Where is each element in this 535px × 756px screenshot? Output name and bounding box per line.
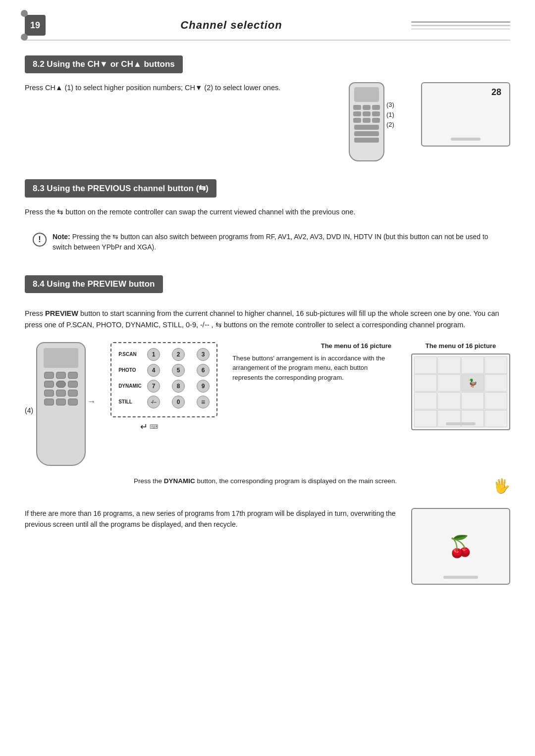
section-84-body: Press PREVIEW button to start scanning f… — [25, 308, 510, 331]
btn-0: 0 — [172, 396, 185, 408]
rl-btn-5 — [56, 381, 66, 388]
menu-16-section: The menu of 16 picture These buttons' ar… — [232, 342, 396, 383]
cell-5 — [414, 374, 437, 392]
btn-row-pscan: P.SCAN 1 2 3 — [118, 348, 210, 361]
cell-11 — [461, 392, 484, 409]
btn-label-still: STILL — [118, 399, 143, 404]
btn-6: 6 — [197, 364, 210, 377]
btn-3: 3 — [197, 348, 210, 361]
section-82-content: Press CH▲ (1) to select higher position … — [25, 82, 510, 161]
rl-btn-4 — [44, 381, 54, 388]
cell-3 — [461, 356, 484, 374]
btn-row-dynamic: DYNAMIC 7 8 9 — [118, 380, 210, 393]
label-1: (1) — [386, 111, 394, 118]
menu-16-title-label: The menu of 16 picture — [411, 342, 510, 350]
btn-label-pscan: P.SCAN — [118, 352, 143, 357]
bottom-text: If there are more than 16 programs, a ne… — [25, 508, 396, 530]
rl-btn-11 — [56, 399, 66, 405]
remote-btn-wide-2 — [354, 131, 379, 136]
section-83-body: Press the ⇆ button on the remote control… — [25, 206, 510, 218]
hand-icon: 🖐 — [493, 478, 510, 494]
remote-screen — [354, 87, 379, 102]
cell-7-image: 🦆 — [461, 374, 484, 392]
cell-6 — [437, 374, 460, 392]
section-83-heading: 8.3 Using the PREVIOUS channel button (⇆… — [25, 179, 216, 198]
menu-16-visual: The menu of 16 picture 🦆 — [411, 342, 510, 430]
note-label: Note: — [53, 233, 70, 241]
bottom-section: If there are more than 16 programs, a ne… — [25, 508, 510, 585]
page-header: 19 Channel selection — [25, 15, 510, 41]
btn-9: 9 — [197, 380, 210, 393]
section-84-heading: 8.4 Using the PREVIEW button — [25, 275, 163, 293]
note-text: Note: Pressing the ⇆ button can also swi… — [53, 232, 502, 252]
remote-large-container: (4) — [25, 342, 96, 466]
tv-bottom-deco — [451, 138, 481, 141]
dynamic-press-text: Press the DYNAMIC button, the correspond… — [134, 476, 483, 487]
preview-diagram: (4) — [25, 342, 510, 466]
desc-note: These buttons' arrangement is in accorda… — [232, 353, 396, 383]
cell-4 — [484, 356, 507, 374]
btn-2: 2 — [172, 348, 185, 361]
btn-dash: -/-- — [147, 396, 160, 408]
cursor-arrow: ↵ ⌨ — [110, 421, 217, 432]
btn-7: 7 — [147, 380, 160, 393]
section-84: 8.4 Using the PREVIEW button Press PREVI… — [25, 275, 510, 584]
remote-labels: (3) (1) (2) — [386, 82, 411, 161]
menu-16-grid: 🦆 — [411, 353, 510, 430]
btn-label-photo: PHOTO — [118, 367, 143, 373]
tv-screen-large: 🍒 — [411, 508, 510, 585]
section-82-body: Press CH▲ (1) to select higher position … — [25, 82, 334, 94]
rl-btn-2 — [56, 372, 66, 379]
cell-2 — [437, 356, 460, 374]
section-82-heading: 8.2 Using the CH▼ or CH▲ buttons — [25, 55, 183, 73]
dashed-buttons-area: P.SCAN 1 2 3 PHOTO 4 5 6 — [110, 342, 217, 432]
remote-illustration-large — [36, 342, 86, 466]
btn-row-still: STILL -/-- 0 ≡ — [118, 396, 210, 408]
section-82: 8.2 Using the CH▼ or CH▲ buttons Press C… — [25, 55, 510, 161]
rl-btn-10 — [44, 399, 54, 405]
remote-large-screen — [44, 348, 78, 368]
cell-12 — [484, 392, 507, 409]
desc-area: The menu of 16 picture These buttons' ar… — [232, 342, 396, 389]
remote-large-row-4 — [44, 399, 78, 405]
label-3: (3) — [386, 101, 394, 108]
cell-9 — [414, 392, 437, 409]
remote-with-labels: (3) (1) (2) — [349, 82, 411, 161]
page-number: 19 — [25, 15, 46, 36]
btn-label-dynamic: DYNAMIC — [118, 383, 143, 389]
remote-large-row-3 — [44, 390, 78, 397]
page-title: Channel selection — [52, 19, 411, 32]
cell-1 — [414, 356, 437, 374]
tv-channel-number: 28 — [491, 87, 501, 98]
remote-large-row-2 — [44, 381, 78, 388]
remote-large-row-1 — [44, 372, 78, 379]
arrow-to-dashed: → — [87, 397, 96, 407]
rl-btn-6 — [68, 381, 78, 388]
note-body: Pressing the ⇆ button can also switch be… — [53, 233, 488, 251]
label-2: (2) — [386, 121, 394, 128]
grid-bottom-deco — [446, 422, 476, 425]
label-4: (4) — [25, 406, 33, 414]
tv-screen-82: 28 — [421, 82, 510, 147]
btn-row-photo: PHOTO 4 5 6 — [118, 364, 210, 377]
remote-btn-wide — [354, 125, 379, 130]
remote-buttons — [353, 105, 380, 123]
tv-large-bottom-deco — [443, 576, 478, 579]
cell-10 — [437, 392, 460, 409]
section-83: 8.3 Using the PREVIOUS channel button (⇆… — [25, 179, 510, 257]
menu-16-label: The menu of 16 picture — [232, 342, 396, 350]
cell-16 — [484, 410, 507, 427]
btn-4: 4 — [147, 364, 160, 377]
dashed-box: P.SCAN 1 2 3 PHOTO 4 5 6 — [110, 342, 217, 417]
note-box: ! Note: Pressing the ⇆ button can also s… — [25, 227, 510, 257]
btn-1: 1 — [147, 348, 160, 361]
btn-8: 8 — [172, 380, 185, 393]
rl-btn-12 — [68, 399, 78, 405]
rl-btn-3 — [68, 372, 78, 379]
header-decoration — [411, 21, 510, 30]
rl-btn-8 — [56, 390, 66, 397]
cell-8 — [484, 374, 507, 392]
section-82-text: Press CH▲ (1) to select higher position … — [25, 82, 334, 94]
rl-btn-7 — [44, 390, 54, 397]
remote-btn-wide-3 — [354, 138, 379, 143]
